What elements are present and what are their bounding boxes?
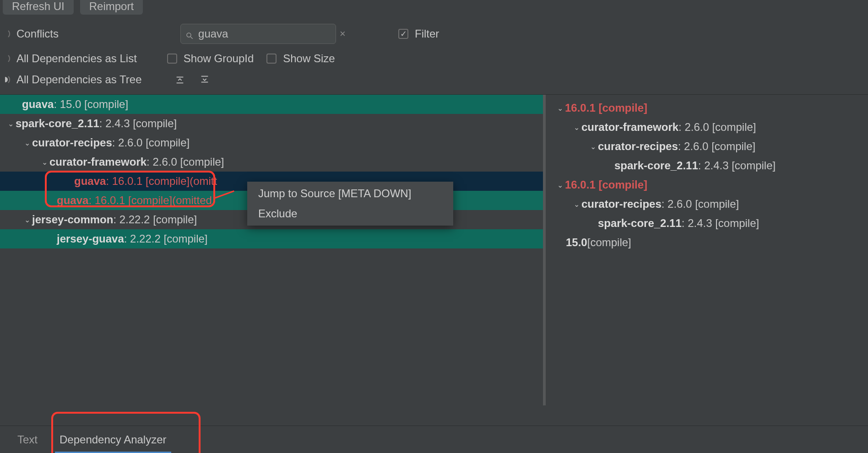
tree-row[interactable]: ⌄ curator-framework : 2.6.0 [compile]: [555, 118, 868, 137]
radio-icon: [0, 54, 10, 64]
filter-checkbox[interactable]: ✓ Filter: [398, 27, 439, 40]
filters-panel: Conflicts × ✓ Filter All Dependencies as…: [0, 20, 868, 94]
radio-icon: [0, 75, 10, 85]
collapse-all-icon[interactable]: [199, 74, 211, 86]
dep-meta: : 16.0.1 [compile]: [106, 175, 190, 188]
chevron-down-icon[interactable]: ⌄: [39, 158, 49, 167]
svg-line-1: [190, 37, 193, 39]
chevron-down-icon[interactable]: ⌄: [22, 139, 32, 147]
dep-meta: : 2.4.3 [compile]: [682, 217, 759, 230]
menu-exclude[interactable]: Exclude: [247, 204, 453, 224]
tree-row-guava-15[interactable]: guava : 15.0 [compile]: [0, 95, 543, 114]
radio-all-tree[interactable]: All Dependencies as Tree: [0, 73, 142, 86]
tab-dependency-analyzer[interactable]: Dependency Analyzer: [57, 433, 169, 446]
radio-all-list[interactable]: All Dependencies as List: [0, 52, 137, 65]
checkbox-icon: ✓: [398, 29, 408, 39]
tree-row[interactable]: ⌄ 16.0.1 [compile]: [555, 98, 868, 118]
radio-conflicts[interactable]: Conflicts: [0, 27, 59, 40]
main-split: guava : 15.0 [compile] ⌄ spark-core_2.11…: [0, 94, 868, 405]
dep-name: guava: [57, 194, 88, 207]
chevron-down-icon[interactable]: ⌄: [555, 181, 565, 189]
dep-meta: : 2.4.3 [compile]: [99, 117, 177, 130]
show-size-label: Show Size: [283, 52, 335, 65]
right-tree-pane: ⌄ 16.0.1 [compile] ⌄ curator-framework :…: [546, 95, 868, 405]
tab-text[interactable]: Text: [15, 433, 40, 446]
show-groupid-checkbox[interactable]: Show GroupId: [167, 52, 254, 65]
dep-meta: : 2.6.0 [compile]: [112, 136, 190, 149]
dep-meta: : 2.6.0 [compile]: [146, 156, 224, 168]
dep-name: guava: [22, 98, 54, 111]
dep-note: (omitt: [190, 175, 217, 188]
chevron-down-icon[interactable]: ⌄: [22, 216, 32, 224]
dep-meta: : 2.6.0 [compile]: [662, 198, 739, 210]
tree-row[interactable]: ⌄ curator-recipes : 2.6.0 [compile]: [555, 194, 868, 214]
search-icon: [185, 30, 194, 38]
chevron-down-icon[interactable]: ⌄: [571, 123, 581, 132]
checkbox-icon: [266, 54, 277, 64]
dep-meta: : 15.0 [compile]: [54, 98, 128, 111]
dep-meta: : 2.22.2 [compile]: [124, 232, 208, 245]
checkbox-icon: [167, 54, 177, 64]
dep-name: jersey-common: [32, 213, 113, 226]
tree-row-curator-framework[interactable]: ⌄ curator-framework : 2.6.0 [compile]: [0, 152, 543, 172]
radio-all-list-label: All Dependencies as List: [16, 52, 137, 65]
tree-row[interactable]: spark-core_2.11 : 2.4.3 [compile]: [555, 156, 868, 175]
dep-name: guava: [74, 175, 106, 188]
dep-meta: : 2.6.0 [compile]: [678, 140, 755, 153]
search-box[interactable]: ×: [180, 24, 336, 44]
tree-row[interactable]: 15.0 [compile]: [555, 233, 868, 252]
tree-row-curator-recipes[interactable]: ⌄ curator-recipes : 2.6.0 [compile]: [0, 133, 543, 152]
dep-meta: : 2.22.2 [compile]: [113, 213, 197, 226]
dep-name: spark-core_2.11: [614, 159, 698, 172]
expand-all-icon[interactable]: [174, 74, 186, 86]
chevron-down-icon[interactable]: ⌄: [555, 104, 565, 113]
clear-search-icon[interactable]: ×: [340, 28, 346, 40]
bottom-tabs: Text Dependency Analyzer: [0, 426, 868, 453]
chevron-down-icon[interactable]: ⌄: [571, 200, 581, 209]
search-input[interactable]: [198, 27, 335, 40]
dep-name: jersey-guava: [57, 232, 124, 245]
dep-meta: : 2.4.3 [compile]: [698, 159, 776, 172]
dep-meta: : 16.0.1 [compile]: [88, 194, 172, 207]
tree-row[interactable]: spark-core_2.11 : 2.4.3 [compile]: [555, 214, 868, 233]
tree-row-jersey-guava[interactable]: jersey-guava : 2.22.2 [compile]: [0, 229, 543, 248]
chevron-down-icon[interactable]: ⌄: [588, 142, 598, 151]
dep-meta: [compile]: [587, 236, 631, 249]
radio-all-tree-label: All Dependencies as Tree: [16, 73, 142, 86]
show-groupid-label: Show GroupId: [184, 52, 254, 65]
tree-row-spark-core[interactable]: ⌄ spark-core_2.11 : 2.4.3 [compile]: [0, 114, 543, 133]
dep-version: 16.0.1 [compile]: [565, 178, 647, 191]
chevron-down-icon[interactable]: ⌄: [5, 119, 16, 128]
tree-row[interactable]: ⌄ curator-recipes : 2.6.0 [compile]: [555, 137, 868, 156]
show-size-checkbox[interactable]: Show Size: [266, 52, 335, 65]
svg-point-0: [187, 33, 191, 37]
toolbar: Refresh UI Reimport: [0, 0, 868, 20]
dep-meta: : 2.6.0 [compile]: [678, 121, 756, 134]
menu-jump-to-source[interactable]: Jump to Source [META DOWN]: [247, 183, 453, 204]
reimport-button[interactable]: Reimport: [80, 0, 143, 15]
dep-version: 15.0: [566, 236, 587, 249]
dep-name: curator-recipes: [32, 136, 112, 149]
dep-version: 16.0.1 [compile]: [565, 102, 647, 114]
context-menu: Jump to Source [META DOWN] Exclude: [247, 182, 453, 226]
dep-name: spark-core_2.11: [16, 117, 99, 130]
dep-name: curator-recipes: [598, 140, 678, 153]
dep-name: curator-framework: [49, 156, 146, 168]
radio-icon: [0, 29, 10, 39]
refresh-ui-button[interactable]: Refresh UI: [3, 0, 74, 15]
left-tree-pane: guava : 15.0 [compile] ⌄ spark-core_2.11…: [0, 95, 543, 405]
radio-conflicts-label: Conflicts: [16, 27, 59, 40]
filter-label: Filter: [415, 27, 439, 40]
dep-name: curator-recipes: [581, 198, 662, 210]
dep-name: spark-core_2.11: [598, 217, 682, 230]
dep-note: (omitted: [172, 194, 212, 207]
dep-name: curator-framework: [581, 121, 678, 134]
tree-row[interactable]: ⌄ 16.0.1 [compile]: [555, 175, 868, 194]
